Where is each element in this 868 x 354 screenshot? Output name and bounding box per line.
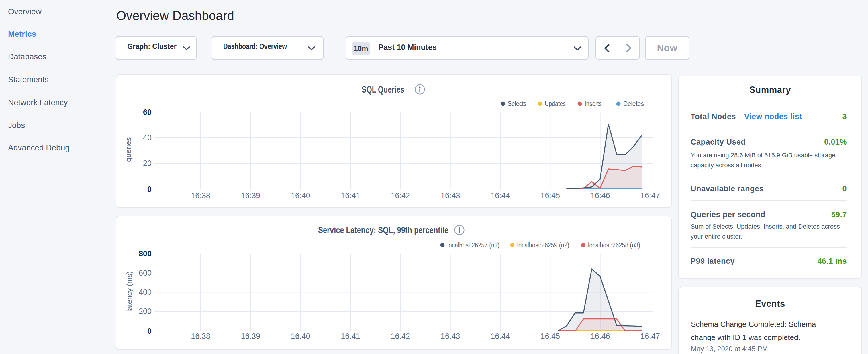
svg-text:0: 0 bbox=[147, 185, 152, 194]
svg-text:16:39: 16:39 bbox=[241, 332, 260, 341]
svg-text:60: 60 bbox=[143, 108, 152, 117]
svg-text:200: 200 bbox=[139, 307, 152, 316]
svg-text:16:40: 16:40 bbox=[291, 332, 310, 341]
svg-text:SQL Queries: SQL Queries bbox=[362, 85, 404, 95]
svg-text:400: 400 bbox=[139, 288, 152, 296]
svg-text:16:42: 16:42 bbox=[391, 332, 410, 341]
svg-text:16:41: 16:41 bbox=[341, 332, 360, 341]
svg-text:16:46: 16:46 bbox=[591, 332, 610, 341]
svg-text:20: 20 bbox=[143, 159, 152, 167]
svg-text:16:44: 16:44 bbox=[491, 332, 510, 341]
svg-text:16:38: 16:38 bbox=[191, 191, 210, 200]
svg-text:16:43: 16:43 bbox=[441, 332, 460, 341]
svg-text:16:47: 16:47 bbox=[641, 191, 660, 200]
svg-text:Deletes: Deletes bbox=[623, 100, 644, 107]
svg-text:queries: queries bbox=[124, 137, 133, 162]
svg-text:Service Latency: SQL, 99th per: Service Latency: SQL, 99th percentile bbox=[318, 225, 448, 235]
svg-text:16:47: 16:47 bbox=[641, 332, 660, 341]
svg-text:16:42: 16:42 bbox=[391, 191, 410, 200]
svg-text:16:45: 16:45 bbox=[541, 191, 560, 200]
svg-text:16:46: 16:46 bbox=[591, 191, 610, 200]
svg-text:16:44: 16:44 bbox=[491, 191, 510, 200]
svg-text:16:45: 16:45 bbox=[541, 332, 560, 341]
svg-text:latency (ms): latency (ms) bbox=[125, 271, 133, 312]
svg-text:localhost:26258 (n3): localhost:26258 (n3) bbox=[588, 242, 640, 249]
svg-text:localhost:26257 (n1): localhost:26257 (n1) bbox=[447, 242, 499, 249]
svg-text:800: 800 bbox=[139, 250, 152, 258]
svg-text:600: 600 bbox=[139, 269, 152, 277]
svg-text:16:43: 16:43 bbox=[441, 191, 460, 200]
svg-text:16:38: 16:38 bbox=[191, 332, 210, 341]
svg-text:localhost:26259 (n2): localhost:26259 (n2) bbox=[517, 242, 569, 249]
svg-text:16:41: 16:41 bbox=[341, 191, 360, 200]
svg-text:16:39: 16:39 bbox=[241, 191, 260, 200]
svg-text:0: 0 bbox=[147, 327, 152, 335]
svg-text:Inserts: Inserts bbox=[585, 100, 602, 107]
svg-text:40: 40 bbox=[143, 133, 152, 142]
svg-text:Updates: Updates bbox=[545, 100, 566, 107]
svg-text:Selects: Selects bbox=[508, 100, 526, 107]
svg-text:16:40: 16:40 bbox=[291, 191, 310, 200]
